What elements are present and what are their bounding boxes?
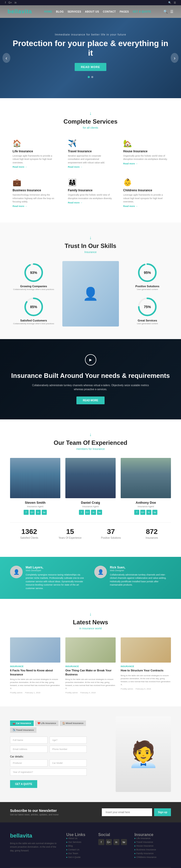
- instagram-icon[interactable]: in: [14, 1, 16, 4]
- tab-life-insurance[interactable]: ❤️ Life Insurance: [35, 720, 59, 726]
- producer-input[interactable]: [10, 760, 47, 767]
- hero-dot-2[interactable]: [91, 76, 93, 78]
- tab-mixed-insurance[interactable]: 🏠 Mixed Insurance: [60, 720, 86, 726]
- nav-contact[interactable]: CONTACT: [103, 10, 116, 13]
- footer-twitter-icon[interactable]: tw: [121, 839, 127, 845]
- footer-ins-life[interactable]: Life Insurance: [135, 837, 171, 840]
- service-readmore-life[interactable]: Read more →: [12, 166, 58, 168]
- tab-travel-insurance[interactable]: ✈️ Travel Insurance: [10, 727, 36, 733]
- steven-twitter-icon[interactable]: tw: [42, 510, 47, 515]
- news-card-1: INSURANCE 6 Facts You Need to Know about…: [10, 638, 60, 694]
- search-icon[interactable]: 🔍: [168, 1, 171, 4]
- service-readmore-business[interactable]: Read more →: [12, 205, 58, 208]
- facebook-icon[interactable]: f: [5, 1, 6, 4]
- service-readmore-house[interactable]: Read more →: [123, 162, 169, 165]
- footer-linkedin-icon[interactable]: in: [113, 839, 119, 845]
- footer-ins-family[interactable]: Family Insurance: [135, 852, 171, 855]
- registration-input[interactable]: [10, 769, 87, 776]
- nav-home[interactable]: HOME: [44, 10, 52, 13]
- phone-input[interactable]: [49, 746, 87, 753]
- steven-social[interactable]: f G+ in tw: [10, 510, 60, 515]
- header-menu-icon[interactable]: ☰: [170, 9, 174, 13]
- newsletter-submit-button[interactable]: Sign up: [154, 808, 171, 816]
- steven-facebook-icon[interactable]: f: [24, 510, 29, 515]
- header-action-icons[interactable]: 🔍 ☰: [164, 9, 174, 13]
- hero-prev-button[interactable]: ‹: [2, 53, 10, 63]
- footer-insurance-title: Insurance: [135, 833, 171, 837]
- footer-ins-children[interactable]: Childrens Insurance: [135, 856, 171, 859]
- top-social-icons[interactable]: f G+ in: [5, 1, 19, 4]
- steven-linkedin-icon[interactable]: in: [36, 510, 41, 515]
- hero-dot-1[interactable]: [88, 76, 90, 78]
- hero-next-button[interactable]: ›: [171, 53, 179, 63]
- footer-link-services[interactable]: Our Services: [66, 841, 91, 843]
- daniel-twitter-icon[interactable]: tw: [97, 510, 102, 515]
- footer-link-blog[interactable]: Blog: [66, 845, 91, 847]
- services-grid: 🏠 Life Insurance Leverage agile framewor…: [10, 137, 171, 210]
- form-field-producer: [10, 760, 47, 767]
- news-card-2: INSURANCE One Thing Can Make or Break Yo…: [65, 638, 116, 694]
- footer-link-team[interactable]: Our Team: [66, 852, 91, 855]
- news-section: ↓ Latest News in insurance world INSURAN…: [0, 599, 181, 706]
- nav-quote[interactable]: GET A QUOTE: [133, 10, 151, 13]
- skill-desc-growing: Collaboratively leverage other's best pr…: [10, 288, 57, 290]
- service-card-business: 💼 Business Insurance Nanotechnology imme…: [10, 176, 60, 210]
- steven-gplus-icon[interactable]: G+: [30, 510, 35, 515]
- form-row-name-age: [10, 737, 87, 744]
- footer-ins-house[interactable]: House Insurance: [135, 845, 171, 847]
- testimonial-1: 👤 Matt Layers, Web Developer Completely …: [10, 566, 87, 590]
- footer-link-quote[interactable]: Get A Quote: [66, 856, 91, 859]
- stat-insurances-number: 872: [133, 528, 171, 536]
- anthony-social[interactable]: f G+ in tw: [121, 510, 171, 515]
- video-desc: Collaboratively administrate turnkey cha…: [30, 383, 151, 392]
- news-1-date: February 1, 2016: [25, 691, 40, 694]
- anthony-linkedin-icon[interactable]: in: [146, 510, 151, 515]
- footer-link-about[interactable]: About Us: [66, 837, 91, 840]
- daniel-gplus-icon[interactable]: G+: [85, 510, 90, 515]
- top-right-icons[interactable]: 🔍 ☰: [168, 1, 176, 4]
- footer-social-icons[interactable]: f G+ in tw: [98, 839, 127, 845]
- footer-facebook-icon[interactable]: f: [98, 839, 104, 845]
- age-input[interactable]: [49, 737, 87, 744]
- newsletter-email-input[interactable]: [102, 808, 152, 816]
- service-readmore-children[interactable]: Read more →: [123, 205, 169, 208]
- hero-cta-button[interactable]: READ MORE: [75, 63, 106, 71]
- footer-link-contact[interactable]: Contact Us: [66, 848, 91, 851]
- anthony-facebook-icon[interactable]: f: [134, 510, 139, 515]
- footer-ins-travel[interactable]: Travel Insurance: [135, 841, 171, 843]
- email-input[interactable]: [10, 746, 47, 753]
- gplus-icon[interactable]: G+: [8, 1, 12, 4]
- daniel-linkedin-icon[interactable]: in: [91, 510, 96, 515]
- stat-insurances-label: Insurances: [133, 536, 171, 539]
- daniel-social[interactable]: f G+ in tw: [65, 510, 116, 515]
- service-readmore-family[interactable]: Read more →: [68, 202, 113, 204]
- footer-brand-desc: Bring to the table win-win survival stra…: [10, 842, 59, 852]
- play-button[interactable]: ▶: [85, 354, 96, 366]
- news-2-date: February 4, 2016: [80, 691, 96, 694]
- nav-pages[interactable]: PAGES: [120, 10, 129, 13]
- video-readmore-button[interactable]: READ MORE: [76, 397, 104, 404]
- daniel-facebook-icon[interactable]: f: [79, 510, 84, 515]
- service-title-life: Life Insurance: [12, 150, 58, 153]
- car-model-input[interactable]: [49, 760, 87, 767]
- tab-car-insurance[interactable]: 🚗 Car Insurance: [10, 720, 34, 726]
- nav-services[interactable]: SERVICES: [68, 10, 81, 13]
- header-search-icon[interactable]: 🔍: [164, 9, 168, 13]
- menu-icon[interactable]: ☰: [174, 1, 176, 4]
- steven-name: Steven Smith: [10, 501, 60, 504]
- quote-section: 🚗 Car Insurance ❤️ Life Insurance 🏠 Mixe…: [0, 706, 181, 802]
- footer-gplus-icon[interactable]: G+: [106, 839, 112, 845]
- footer-logo-second: vita: [23, 833, 32, 839]
- anthony-twitter-icon[interactable]: tw: [152, 510, 157, 515]
- footer-insurance-col: Insurance Life Insurance Travel Insuranc…: [135, 833, 171, 860]
- anthony-gplus-icon[interactable]: G+: [140, 510, 145, 515]
- nav-blog[interactable]: BLOG: [56, 10, 64, 13]
- fullname-input[interactable]: [10, 737, 47, 744]
- get-quote-button[interactable]: Get A Quote: [10, 780, 37, 788]
- footer-ins-business[interactable]: Business Insurance: [135, 848, 171, 851]
- form-row-registration: [10, 769, 87, 776]
- news-2-title: One Thing Can Make or Break Your Busines…: [65, 669, 116, 676]
- skills-person-icon: 👤: [83, 286, 98, 301]
- nav-about[interactable]: ABOUT US: [85, 10, 99, 13]
- service-readmore-travel[interactable]: Read more →: [68, 166, 113, 168]
